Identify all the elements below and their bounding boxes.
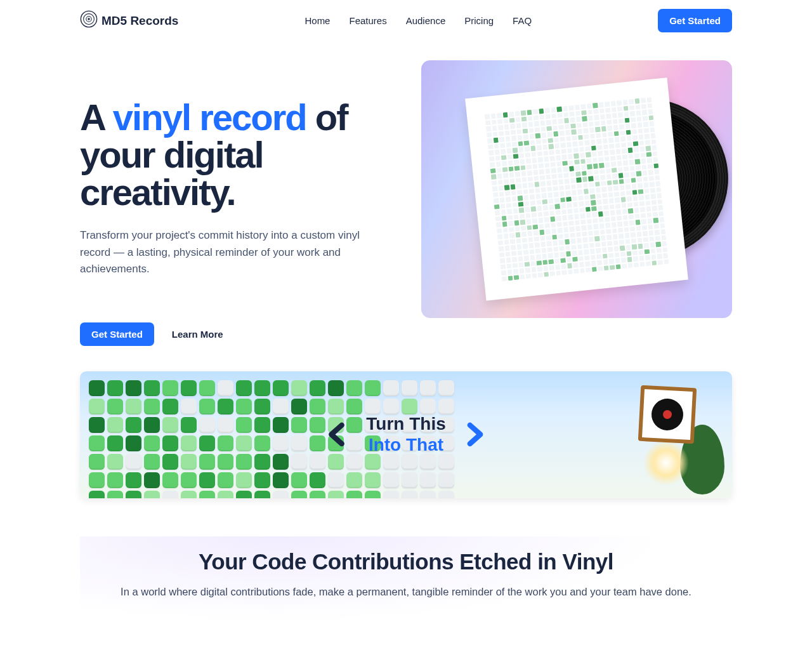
hero-copy: A vinyl record of your digital creativit… bbox=[80, 60, 396, 346]
hero-visual bbox=[421, 60, 732, 318]
arrow-left-icon bbox=[324, 421, 352, 449]
turn-this-into-that-banner: Turn This Into That bbox=[80, 371, 732, 498]
banner-text: Turn This Into That bbox=[366, 413, 445, 456]
features-heading: Your Code Contributions Etched in Vinyl bbox=[80, 549, 732, 574]
brand[interactable]: MD5 Records bbox=[80, 10, 178, 31]
vinyl-icon bbox=[80, 10, 98, 31]
brand-name: MD5 Records bbox=[102, 14, 178, 28]
contribution-pattern bbox=[485, 97, 669, 281]
top-nav: MD5 Records Home Features Audience Prici… bbox=[80, 0, 732, 41]
hero-title-accent: vinyl record bbox=[113, 96, 306, 138]
sun-glow-icon bbox=[643, 440, 689, 486]
hero-lead: Transform your project's commit history … bbox=[80, 227, 384, 277]
sleeve-cover bbox=[465, 77, 688, 301]
features-sub: In a world where digital contributions f… bbox=[80, 586, 732, 598]
framed-record-icon bbox=[638, 385, 697, 443]
banner-center: Turn This Into That bbox=[324, 413, 487, 456]
hero: A vinyl record of your digital creativit… bbox=[80, 41, 732, 365]
arrow-right-icon bbox=[460, 421, 488, 449]
nav-link-features[interactable]: Features bbox=[349, 15, 386, 26]
hero-secondary-button[interactable]: Learn More bbox=[172, 329, 223, 340]
nav-link-faq[interactable]: FAQ bbox=[513, 15, 532, 26]
nav-link-audience[interactable]: Audience bbox=[406, 15, 446, 26]
banner-line1: Turn This bbox=[366, 413, 445, 435]
nav-links: Home Features Audience Pricing FAQ bbox=[304, 15, 532, 26]
banner-line2: Into That bbox=[366, 435, 445, 456]
record-sleeve bbox=[465, 77, 688, 301]
nav-link-home[interactable]: Home bbox=[304, 15, 330, 26]
banner-right-image bbox=[617, 387, 718, 482]
nav-link-pricing[interactable]: Pricing bbox=[464, 15, 494, 26]
hero-buttons: Get Started Learn More bbox=[80, 322, 396, 346]
svg-point-3 bbox=[88, 18, 90, 20]
features-head: Your Code Contributions Etched in Vinyl … bbox=[80, 536, 732, 636]
nav-cta-button[interactable]: Get Started bbox=[658, 9, 732, 32]
hero-title: A vinyl record of your digital creativit… bbox=[80, 98, 396, 211]
hero-primary-button[interactable]: Get Started bbox=[80, 322, 154, 346]
